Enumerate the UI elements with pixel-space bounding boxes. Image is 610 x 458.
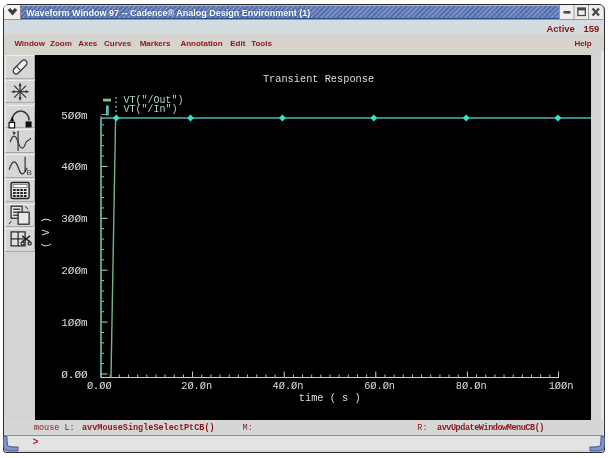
svg-text:5ØØm: 5ØØm [62, 109, 89, 121]
svg-text:4ØØm: 4ØØm [62, 161, 89, 173]
svg-text:4Ø.Øn: 4Ø.Øn [273, 380, 304, 392]
svg-text:( V ): ( V ) [40, 217, 52, 248]
svg-text:Transient Response: Transient Response [263, 73, 374, 85]
svg-text:VT("/In"): VT("/In") [124, 104, 178, 115]
svg-text:8Ø.Øn: 8Ø.Øn [456, 380, 487, 392]
svg-text:2Ø.Øn: 2Ø.Øn [182, 380, 213, 392]
svg-text:1ØØm: 1ØØm [62, 317, 89, 329]
svg-text:3ØØm: 3ØØm [62, 213, 89, 225]
svg-text:Ø.ØØ: Ø.ØØ [62, 369, 89, 381]
svg-text:1ØØn: 1ØØn [549, 380, 574, 392]
svg-text::: : [113, 103, 119, 115]
svg-text:6Ø.Øn: 6Ø.Øn [365, 380, 396, 392]
svg-text:Ø.ØØ: Ø.ØØ [87, 380, 112, 392]
svg-text:B: B [26, 168, 31, 177]
svg-text:time ( s ): time ( s ) [299, 392, 361, 404]
svg-text:2ØØm: 2ØØm [62, 265, 89, 277]
